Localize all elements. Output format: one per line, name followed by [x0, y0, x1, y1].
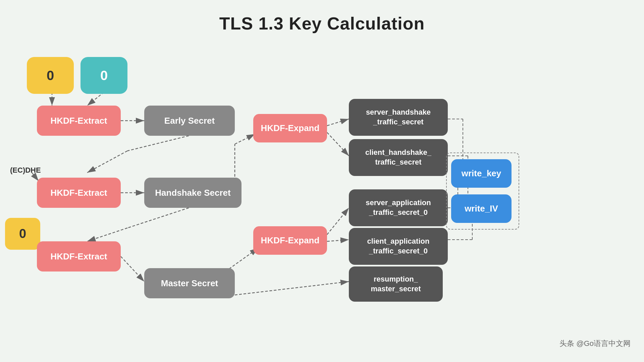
master-secret-label: Master Secret — [161, 278, 218, 289]
resumption-label: resumption_master_secret — [371, 275, 421, 294]
hkdf-extract2-label: HKDF-Extract — [50, 188, 107, 198]
zero2-node: 0 — [80, 57, 127, 94]
client-handshake-traffic-label: client_handshake_traffic_secret — [365, 148, 431, 167]
svg-line-12 — [87, 228, 127, 241]
hkdf-extract3-node: HKDF-Extract — [37, 241, 121, 272]
write-key-node: write_key — [451, 159, 512, 188]
hkdf-expand2-label: HKDF-Expand — [261, 235, 320, 246]
write-iv-node: write_IV — [451, 194, 512, 223]
svg-line-17 — [327, 132, 349, 156]
svg-line-18 — [327, 208, 349, 235]
page-title: TLS 1.3 Key Calculation — [0, 0, 644, 34]
hkdf-extract1-label: HKDF-Extract — [50, 116, 107, 126]
early-secret-label: Early Secret — [164, 116, 215, 126]
zero1-node: 0 — [27, 57, 74, 94]
hkdf-expand2-node: HKDF-Expand — [253, 226, 327, 255]
client-application-traffic-node: client_application_traffic_secret_0 — [349, 228, 448, 265]
hkdf-expand1-node: HKDF-Expand — [253, 114, 327, 142]
svg-line-20 — [235, 282, 349, 295]
svg-line-3 — [87, 92, 104, 106]
write-iv-label: write_IV — [465, 203, 498, 214]
svg-line-5 — [127, 136, 189, 151]
hkdf-expand1-label: HKDF-Expand — [261, 123, 320, 133]
ecdhe-text: (EC)DHE — [10, 166, 41, 175]
handshake-secret-label: Handshake Secret — [155, 188, 230, 198]
client-handshake-traffic-node: client_handshake_traffic_secret — [349, 139, 448, 176]
svg-line-11 — [127, 208, 189, 228]
master-secret-node: Master Secret — [144, 268, 235, 298]
server-handshake-traffic-node: server_handshake_traffic_secret — [349, 99, 448, 136]
resumption-master-secret-node: resumption_master_secret — [349, 266, 443, 302]
hkdf-extract2-node: HKDF-Extract — [37, 178, 121, 208]
zero3-node: 0 — [5, 218, 40, 250]
write-key-label: write_key — [462, 168, 501, 179]
zero3-label: 0 — [19, 227, 26, 241]
svg-line-14 — [121, 256, 144, 282]
server-application-traffic-label: server_application_traffic_secret_0 — [366, 198, 431, 217]
handshake-secret-node: Handshake Secret — [144, 178, 241, 208]
hkdf-extract1-node: HKDF-Extract — [37, 106, 121, 136]
ecdhe-label: (EC)DHE — [10, 166, 41, 175]
svg-line-6 — [87, 151, 127, 173]
watermark: 头条 @Go语言中文网 — [559, 339, 631, 349]
server-application-traffic-node: server_application_traffic_secret_0 — [349, 189, 448, 226]
client-application-traffic-label: client_application_traffic_secret_0 — [367, 237, 430, 256]
svg-line-19 — [327, 240, 349, 241]
svg-line-10 — [235, 134, 255, 144]
svg-line-16 — [327, 119, 349, 126]
early-secret-node: Early Secret — [144, 106, 235, 136]
zero1-label: 0 — [47, 68, 54, 83]
server-handshake-traffic-label: server_handshake_traffic_secret — [366, 108, 431, 127]
zero2-label: 0 — [100, 68, 108, 83]
hkdf-extract3-label: HKDF-Extract — [50, 251, 107, 262]
